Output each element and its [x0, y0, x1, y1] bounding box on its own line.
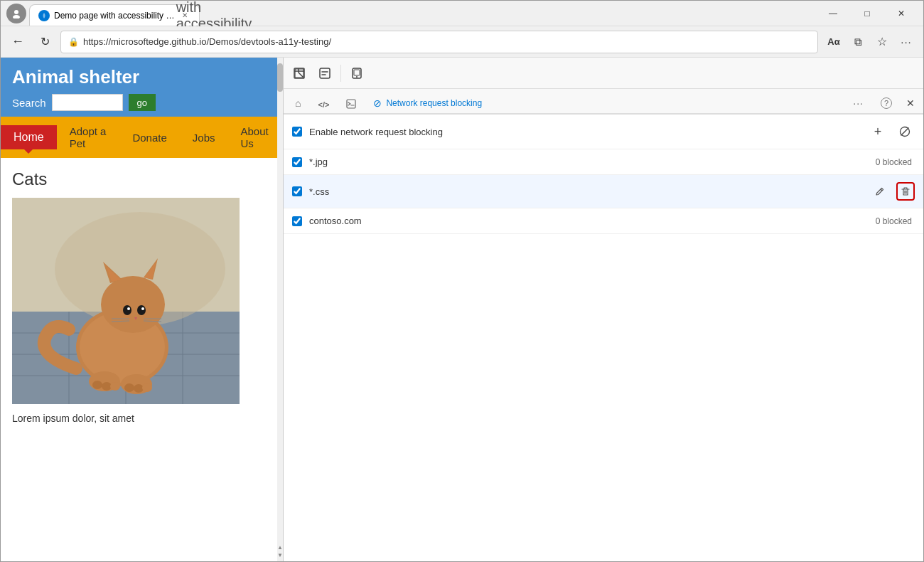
new-tab-button[interactable]: Demo page with accessibility issu...: [203, 6, 225, 26]
split-screen-button[interactable]: ⧉: [847, 31, 869, 53]
devtools-panel: ⌂ </> ⊘ Network request blocking ··· ?: [284, 58, 923, 561]
svg-rect-43: [347, 100, 355, 108]
minimize-button[interactable]: —: [817, 4, 849, 23]
svg-point-30: [92, 381, 102, 389]
delete-css-pattern-button[interactable]: [896, 182, 915, 201]
help-icon: ?: [881, 97, 892, 109]
svg-point-34: [134, 384, 144, 393]
tab-home[interactable]: ⌂: [286, 93, 309, 115]
cats-section-title: Cats: [12, 169, 272, 189]
search-input[interactable]: [52, 94, 123, 111]
tab-network-request-blocking[interactable]: ⊘ Network request blocking: [365, 93, 490, 115]
svg-point-0: [14, 10, 18, 14]
nrb-panel: Enable network request blocking + *.jpg …: [284, 115, 923, 234]
svg-point-31: [102, 382, 112, 391]
add-pattern-button[interactable]: +: [868, 122, 888, 142]
profile-icon[interactable]: [6, 4, 26, 23]
lorem-text: Lorem ipsum dolor, sit amet: [12, 413, 272, 424]
css-pattern-text: *.css: [309, 186, 864, 197]
search-label: Search: [12, 97, 46, 109]
shelter-search: Search go: [12, 94, 272, 111]
nrb-header: Enable network request blocking +: [284, 115, 923, 149]
svg-rect-41: [354, 70, 360, 75]
css-pattern-checkbox[interactable]: [292, 186, 302, 196]
scrollbar[interactable]: ▲ ▼: [277, 58, 283, 561]
devtools-tabs: ⌂ </> ⊘ Network request blocking ··· ?: [284, 89, 923, 115]
main-content: Animal shelter Search go Home Adopt a Pe…: [1, 58, 923, 561]
adopt-nav-link[interactable]: Adopt a Pet: [57, 120, 120, 155]
url-text: https://microsoftedge.github.io/Demos/de…: [83, 36, 810, 47]
nrb-tab-label: Network request blocking: [386, 98, 482, 108]
enable-nrb-checkbox[interactable]: [292, 127, 302, 137]
address-bar[interactable]: 🔒 https://microsoftedge.github.io/Demos/…: [60, 31, 818, 53]
svg-point-22: [141, 307, 144, 310]
toggle-device-button[interactable]: [344, 60, 370, 86]
back-button[interactable]: ←: [6, 31, 29, 53]
more-button[interactable]: ···: [895, 31, 918, 53]
nrb-item-active: *.css: [284, 175, 923, 208]
svg-point-19: [123, 305, 131, 315]
clear-all-button[interactable]: [895, 122, 915, 142]
tab-more-button[interactable]: ···: [844, 93, 872, 115]
scrollbar-thumb[interactable]: [277, 63, 283, 92]
webpage-panel: Animal shelter Search go Home Adopt a Pe…: [1, 58, 284, 561]
tab-title: Demo page with accessibility issu...: [54, 11, 175, 21]
svg-point-35: [142, 383, 152, 392]
tab-favicon: [38, 10, 50, 21]
donate-nav-link[interactable]: Donate: [119, 126, 179, 149]
scroll-arrows: ▲ ▼: [277, 541, 283, 561]
tab-help-button[interactable]: ?: [872, 93, 901, 115]
home-nav-button[interactable]: Home: [1, 125, 57, 149]
refresh-button[interactable]: ↻: [33, 31, 56, 53]
inspect-element-button[interactable]: [286, 60, 312, 86]
svg-point-32: [110, 382, 120, 391]
tab-elements[interactable]: </>: [309, 96, 338, 115]
svg-point-1: [13, 15, 20, 18]
jpg-blocked-count: 0 blocked: [876, 157, 912, 167]
nrb-tab-icon: ⊘: [373, 97, 382, 109]
contoso-pattern-text: contoso.com: [309, 216, 869, 226]
scroll-up-arrow[interactable]: ▲: [277, 544, 283, 551]
devtools-toolbar: [284, 58, 923, 89]
go-button[interactable]: go: [129, 94, 156, 111]
devtools-content: Enable network request blocking + *.jpg …: [284, 115, 923, 561]
svg-line-45: [901, 128, 909, 136]
svg-point-42: [356, 76, 358, 78]
about-nav-link[interactable]: About Us: [228, 120, 284, 155]
lock-icon: 🔒: [68, 37, 79, 47]
close-button[interactable]: ✕: [885, 4, 918, 23]
shelter-body: Cats: [1, 158, 283, 435]
jpg-pattern-text: *.jpg: [309, 157, 869, 167]
nrb-item: *.jpg 0 blocked: [284, 149, 923, 175]
toolbar-separator: [340, 65, 341, 82]
shelter-header: Animal shelter Search go: [1, 58, 283, 117]
jpg-pattern-checkbox[interactable]: [292, 157, 302, 167]
tab-bar: Demo page with accessibility issu... ✕ D…: [29, 1, 814, 26]
home-tab-icon: ⌂: [295, 97, 301, 109]
console-tab-icon: [346, 99, 356, 109]
svg-line-46: [881, 189, 882, 191]
accessibility-icon-button[interactable]: [312, 60, 338, 86]
jobs-nav-link[interactable]: Jobs: [180, 126, 228, 149]
devtools-close-button[interactable]: ✕: [901, 93, 920, 113]
read-aloud-button[interactable]: Aα: [822, 31, 845, 53]
shelter-title: Animal shelter: [12, 66, 272, 88]
browser-tab-active[interactable]: Demo page with accessibility issu... ✕: [29, 4, 200, 26]
tab-console[interactable]: [338, 95, 365, 115]
svg-point-14: [101, 276, 165, 333]
navbar: ← ↻ 🔒 https://microsoftedge.github.io/De…: [1, 26, 923, 58]
svg-point-21: [127, 307, 130, 310]
scroll-down-arrow[interactable]: ▼: [277, 552, 283, 558]
shelter-nav: Home Adopt a Pet Donate Jobs About Us: [1, 117, 283, 158]
titlebar: Demo page with accessibility issu... ✕ D…: [1, 1, 923, 26]
contoso-pattern-checkbox[interactable]: [292, 216, 302, 226]
svg-point-20: [137, 305, 146, 315]
cat-image: [12, 198, 240, 404]
edit-css-pattern-button[interactable]: [871, 182, 889, 201]
enable-nrb-label: Enable network request blocking: [309, 127, 861, 137]
nav-actions: Aα ⧉ ☆ ···: [822, 31, 918, 53]
contoso-blocked-count: 0 blocked: [876, 216, 912, 226]
maximize-button[interactable]: □: [851, 4, 883, 23]
svg-rect-39: [320, 68, 330, 78]
favorites-button[interactable]: ☆: [871, 31, 893, 53]
